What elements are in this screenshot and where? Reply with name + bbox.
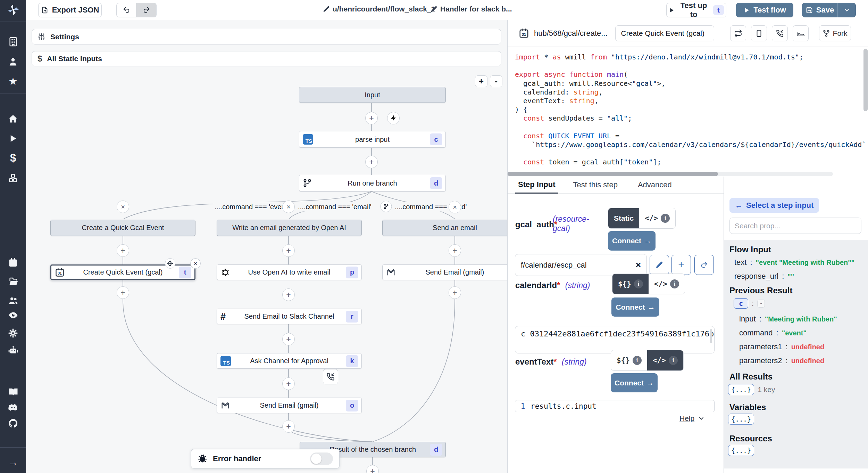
collapse-button[interactable]: - [757, 300, 765, 308]
sidebar-item-folders[interactable] [0, 274, 26, 289]
mode-static[interactable]: Static [608, 208, 639, 228]
refresh-resource-button[interactable] [694, 255, 714, 275]
variables-expand-badge[interactable]: {...} [728, 414, 754, 425]
flow-node-send-gmail[interactable]: Send Email (gmail) o [217, 398, 362, 413]
resources-expand-badge[interactable]: {...} [728, 445, 754, 456]
sidebar-item-workspace[interactable] [0, 34, 26, 49]
event-text-connect-button[interactable]: Connect→ [611, 373, 658, 392]
flow-canvas[interactable]: Settings $ All Static Inputs + - [26, 20, 507, 473]
branch-header-gcal[interactable]: Create a Quick Gcal Event [50, 220, 195, 236]
sidebar-item-workers[interactable] [0, 343, 26, 358]
prop-row-command[interactable]: command:"event" [739, 328, 807, 337]
step-badge-c[interactable]: c [734, 298, 748, 309]
remove-branch-button[interactable]: × [282, 201, 295, 213]
event-text-expr-editor[interactable]: 1 results.c.input [515, 400, 715, 412]
code-vscrollbar-thumb[interactable] [863, 49, 868, 111]
save-menu-button[interactable] [838, 3, 856, 17]
info-icon[interactable]: i [633, 356, 642, 365]
flow-node-run-one-branch[interactable]: Run one branch d [299, 175, 446, 191]
prop-row-parameters1[interactable]: parameters1:undefined [739, 342, 824, 351]
sidebar-item-variables[interactable]: $ [0, 150, 26, 166]
test-up-to-button[interactable]: Test up to t [666, 3, 726, 17]
sidebar-item-runs[interactable] [0, 131, 26, 146]
tab-test-this-step[interactable]: Test this step [570, 177, 620, 194]
flow-node-send-slack[interactable]: # Send Email to Slack Channel r [217, 309, 362, 324]
sidebar-item-audit-logs[interactable] [0, 308, 26, 323]
remove-branch-button[interactable]: × [117, 201, 129, 213]
sidebar-item-discord[interactable] [0, 400, 26, 415]
gcal-auth-resource-input[interactable]: f/calendar/escp_cal × [515, 254, 647, 276]
prop-row-parameters2[interactable]: parameters2:undefined [739, 356, 824, 365]
step-name-input[interactable]: Create Quick Event (gcal) [615, 25, 714, 41]
add-step-button[interactable]: + [282, 288, 295, 301]
suspend-button[interactable] [772, 25, 788, 41]
help-link[interactable]: Help [679, 414, 705, 423]
info-icon[interactable]: i [634, 279, 643, 288]
stop-after-button[interactable] [751, 25, 767, 41]
sidebar-item-home[interactable] [0, 111, 26, 126]
calendar-id-value-input[interactable]: c_0312442e881ae6fcf1dec23f54916a389f1c17… [515, 326, 715, 353]
sidebar-item-favorites[interactable]: ★ [0, 74, 26, 89]
undo-button[interactable] [116, 3, 136, 17]
restart-button[interactable] [730, 25, 746, 41]
tab-step-input[interactable]: Step Input [515, 177, 558, 194]
tab-advanced[interactable]: Advanced [635, 177, 675, 194]
add-step-button[interactable]: + [117, 244, 129, 257]
prop-row-input[interactable]: input:"Meeting with Ruben" [739, 315, 837, 324]
save-button[interactable]: Save [802, 3, 838, 17]
mode-template[interactable]: ${}i [612, 274, 649, 294]
code-editor[interactable]: import * as wmill from "https://deno.lan… [508, 47, 868, 174]
info-icon[interactable]: i [661, 214, 670, 223]
sleep-button[interactable] [793, 25, 809, 41]
add-resource-button[interactable]: + [671, 255, 691, 275]
gcal-auth-connect-button[interactable]: Connect→ [608, 231, 656, 251]
add-branch-button[interactable] [381, 201, 392, 212]
clear-resource-button[interactable]: × [636, 260, 641, 270]
sidebar-item-user[interactable] [0, 54, 26, 69]
flow-node-parse-input[interactable]: TS parse input c [299, 131, 446, 148]
breadcrumb-flow-summary[interactable]: Handler for slack b... [431, 5, 512, 13]
code-hscrollbar-thumb[interactable] [508, 172, 718, 176]
add-step-button[interactable]: + [282, 333, 295, 345]
flow-node-input[interactable]: Input [299, 87, 446, 103]
windmill-logo[interactable] [0, 2, 26, 17]
move-step-button[interactable] [165, 258, 175, 269]
add-step-button[interactable]: + [449, 286, 461, 299]
sidebar-item-groups[interactable] [0, 293, 26, 308]
select-step-input-button[interactable]: ← Select a step input [729, 198, 819, 213]
flow-node-use-openai[interactable]: Use Open AI to write email p [217, 264, 362, 280]
prop-row-text[interactable]: text:"event "Meeting with Ruben"" [734, 258, 854, 267]
flow-node-ask-approval[interactable]: TS Ask Channel for Approval k [217, 353, 362, 369]
add-step-button[interactable]: + [365, 112, 378, 124]
sidebar-item-github[interactable] [0, 416, 26, 431]
search-prop-input[interactable] [729, 218, 861, 234]
info-icon[interactable]: i [669, 356, 678, 365]
test-flow-button[interactable]: Test flow [736, 3, 793, 17]
add-step-button[interactable]: + [282, 420, 295, 433]
delete-step-button[interactable]: × [190, 258, 201, 269]
add-step-button[interactable]: + [117, 286, 129, 299]
flow-node-send-email-right[interactable]: Send Email (gmail) [382, 264, 507, 280]
sidebar-item-schedules[interactable] [0, 255, 26, 270]
redo-button[interactable] [136, 3, 157, 17]
export-json-button[interactable]: Export JSON [38, 3, 102, 17]
add-step-button[interactable]: + [365, 156, 378, 168]
breadcrumb-flow-path[interactable]: u/henricourdent/flow_slack_1 [323, 5, 435, 13]
expand-sidebar-button[interactable]: → [0, 455, 26, 470]
branch-header-send[interactable]: Send an email [382, 220, 507, 236]
add-step-button[interactable]: + [449, 244, 461, 257]
branch-header-openai[interactable]: Write an email generated by Open AI [217, 220, 362, 236]
textarea-scrollbar[interactable] [710, 329, 712, 343]
sidebar-item-docs[interactable] [0, 384, 26, 399]
trigger-bolt-button[interactable] [387, 112, 400, 124]
mode-javascript[interactable]: </>i [649, 274, 685, 294]
remove-branch-button[interactable]: × [449, 201, 461, 213]
add-step-button[interactable]: + [282, 244, 295, 257]
all-results-expand-badge[interactable]: {...} [728, 384, 754, 395]
fork-button[interactable]: Fork [819, 25, 851, 41]
info-icon[interactable]: i [670, 279, 679, 288]
mode-template[interactable]: ${}i [611, 350, 647, 370]
mode-javascript[interactable]: </>i [639, 208, 675, 228]
prop-row-response-url[interactable]: response_url:"" [734, 272, 794, 281]
mode-javascript[interactable]: </>i [647, 350, 683, 370]
